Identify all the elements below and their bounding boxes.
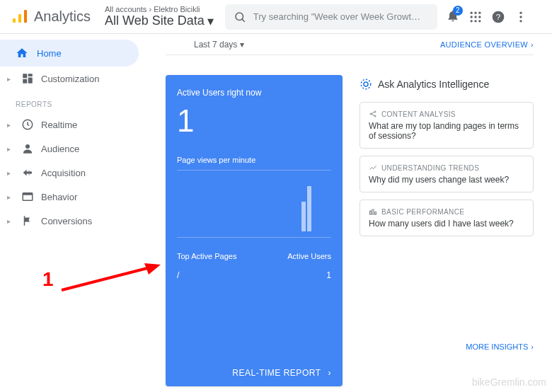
nav-conversions[interactable]: ▸ Conversions bbox=[0, 209, 147, 233]
nav-customization-label: Customization bbox=[41, 74, 99, 84]
svg-rect-1 bbox=[18, 14, 21, 23]
svg-point-12 bbox=[474, 20, 476, 22]
caret-down-icon: ▾ bbox=[240, 40, 244, 50]
svg-point-5 bbox=[470, 11, 472, 13]
view-selector[interactable]: All Web Site Data ▾ bbox=[105, 13, 214, 29]
svg-text:?: ? bbox=[496, 12, 501, 21]
nav-realtime[interactable]: ▸ Realtime bbox=[0, 113, 147, 137]
nav-home[interactable]: Home bbox=[0, 40, 139, 67]
apps-icon[interactable] bbox=[468, 10, 483, 24]
chevron-right-icon: ▸ bbox=[7, 169, 14, 177]
nav-realtime-label: Realtime bbox=[41, 120, 77, 130]
svg-point-18 bbox=[519, 20, 522, 22]
view-name: All Web Site Data bbox=[105, 13, 205, 28]
dashboard-icon bbox=[21, 72, 34, 85]
svg-rect-0 bbox=[13, 18, 16, 23]
suggestion-basic-performance[interactable]: BASIC PERFORMANCE How many users did I h… bbox=[360, 200, 534, 236]
nav-audience-label: Audience bbox=[41, 144, 79, 154]
svg-point-8 bbox=[470, 16, 472, 18]
nav-acquisition[interactable]: ▸ Acquisition bbox=[0, 161, 147, 185]
analytics-logo-icon bbox=[11, 8, 28, 25]
chevron-right-icon: ▸ bbox=[7, 145, 14, 153]
date-range-picker[interactable]: Last 7 days ▾ bbox=[194, 40, 244, 50]
bar bbox=[307, 186, 311, 231]
chevron-right-icon: › bbox=[531, 342, 534, 351]
intelligence-header: Ask Analytics Intelligence bbox=[360, 75, 534, 102]
more-vert-icon[interactable] bbox=[514, 10, 528, 24]
account-picker[interactable]: All accounts › Elektro Bicikli All Web S… bbox=[105, 5, 214, 29]
audience-overview-label: AUDIENCE OVERVIEW bbox=[440, 40, 528, 49]
svg-point-24 bbox=[25, 144, 30, 149]
sidebar: Home ▸ Customization REPORTS ▸ Realtime … bbox=[0, 34, 147, 392]
search-placeholder: Try searching "Week over Week Growt… bbox=[253, 11, 420, 22]
nav-behavior[interactable]: ▸ Behavior bbox=[0, 185, 147, 209]
nav-conversions-label: Conversions bbox=[41, 216, 92, 226]
svg-rect-32 bbox=[370, 211, 372, 214]
svg-rect-19 bbox=[23, 74, 27, 78]
reports-section-label: REPORTS bbox=[0, 91, 147, 113]
home-icon bbox=[16, 47, 28, 59]
summary-top-row: Last 7 days ▾ AUDIENCE OVERVIEW › bbox=[166, 34, 534, 55]
svg-point-31 bbox=[374, 115, 376, 117]
nav-audience[interactable]: ▸ Audience bbox=[0, 137, 147, 161]
svg-point-11 bbox=[470, 20, 472, 22]
pvpm-label: Page views per minute bbox=[177, 156, 331, 164]
main-content: Last 7 days ▾ AUDIENCE OVERVIEW › Active… bbox=[147, 34, 552, 392]
divider bbox=[177, 170, 331, 171]
top-active-page-row[interactable]: / 1 bbox=[177, 270, 331, 280]
breadcrumb: All accounts › Elektro Bicikli bbox=[105, 5, 214, 13]
svg-point-13 bbox=[478, 20, 481, 22]
svg-rect-2 bbox=[24, 10, 27, 23]
suggestion-question: What are my top landing pages in terms o… bbox=[369, 121, 524, 141]
svg-rect-33 bbox=[372, 209, 374, 214]
svg-point-30 bbox=[374, 111, 376, 113]
chevron-right-icon: ▸ bbox=[7, 217, 14, 225]
realtime-report-link[interactable]: REAL-TIME REPORT › bbox=[177, 359, 331, 386]
nav-behavior-label: Behavior bbox=[41, 192, 77, 202]
sparkle-icon bbox=[360, 78, 372, 91]
svg-point-17 bbox=[519, 16, 522, 18]
suggestion-understanding-trends[interactable]: UNDERSTANDING TRENDS Why did my users ch… bbox=[360, 156, 534, 192]
svg-point-16 bbox=[519, 11, 522, 13]
cards-row: Active Users right now 1 Page views per … bbox=[166, 75, 534, 386]
suggestion-category: CONTENT ANALYSIS bbox=[369, 110, 524, 118]
acquisition-icon bbox=[21, 166, 34, 179]
audience-overview-link[interactable]: AUDIENCE OVERVIEW › bbox=[440, 40, 534, 49]
tap-col-page: Top Active Pages bbox=[177, 252, 236, 260]
help-icon[interactable]: ? bbox=[491, 10, 505, 24]
caret-down-icon: ▾ bbox=[207, 13, 214, 29]
suggestion-category: UNDERSTANDING TRENDS bbox=[369, 163, 524, 172]
more-insights-link[interactable]: MORE INSIGHTS › bbox=[360, 342, 534, 351]
suggestion-content-analysis[interactable]: CONTENT ANALYSIS What are my top landing… bbox=[360, 102, 534, 149]
chevron-right-icon: ▸ bbox=[7, 193, 14, 201]
header-actions: 2 ? bbox=[446, 8, 528, 25]
tap-col-users: Active Users bbox=[287, 252, 331, 260]
nav-customization[interactable]: ▸ Customization bbox=[0, 67, 147, 91]
flag-icon bbox=[21, 214, 34, 227]
realtime-report-label: REAL-TIME REPORT bbox=[232, 368, 321, 378]
notification-badge: 2 bbox=[453, 6, 463, 16]
intelligence-panel: Ask Analytics Intelligence CONTENT ANALY… bbox=[360, 75, 534, 386]
chevron-right-icon: ▸ bbox=[7, 121, 14, 129]
bar bbox=[301, 202, 306, 231]
svg-point-7 bbox=[478, 11, 481, 13]
clock-icon bbox=[21, 118, 34, 131]
svg-rect-22 bbox=[23, 79, 27, 83]
behavior-icon bbox=[21, 190, 34, 203]
realtime-card: Active Users right now 1 Page views per … bbox=[166, 75, 343, 386]
nav-acquisition-label: Acquisition bbox=[41, 168, 86, 178]
suggestion-category: BASIC PERFORMANCE bbox=[369, 207, 524, 216]
chevron-right-icon: ▸ bbox=[7, 75, 14, 83]
svg-rect-26 bbox=[23, 193, 33, 195]
notifications-button[interactable]: 2 bbox=[446, 8, 460, 25]
more-insights-label: MORE INSIGHTS bbox=[466, 342, 528, 351]
brand-block[interactable]: Analytics bbox=[11, 8, 91, 25]
svg-point-27 bbox=[364, 82, 368, 86]
top-header: Analytics All accounts › Elektro Bicikli… bbox=[0, 0, 552, 34]
search-icon bbox=[234, 11, 246, 23]
svg-point-29 bbox=[370, 113, 372, 115]
svg-point-3 bbox=[236, 13, 243, 21]
tap-page-count: 1 bbox=[326, 270, 331, 280]
search-box[interactable]: Try searching "Week over Week Growt… bbox=[225, 4, 437, 30]
brand-text: Analytics bbox=[34, 8, 91, 25]
